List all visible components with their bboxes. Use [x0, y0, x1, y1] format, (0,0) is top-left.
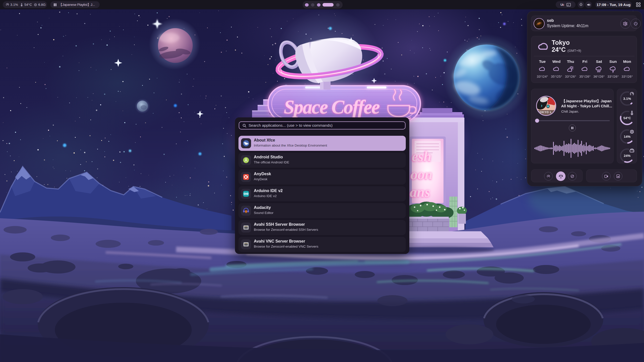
svg-text:14%: 14% — [624, 135, 630, 139]
svg-text:ans: ans — [410, 184, 430, 200]
svg-text:3.1%: 3.1% — [623, 97, 631, 101]
svg-text:54°C: 54°C — [623, 116, 631, 120]
svg-text:oon: oon — [411, 167, 432, 182]
svg-text:esh: esh — [412, 149, 431, 164]
svg-text:24%: 24% — [624, 154, 630, 158]
